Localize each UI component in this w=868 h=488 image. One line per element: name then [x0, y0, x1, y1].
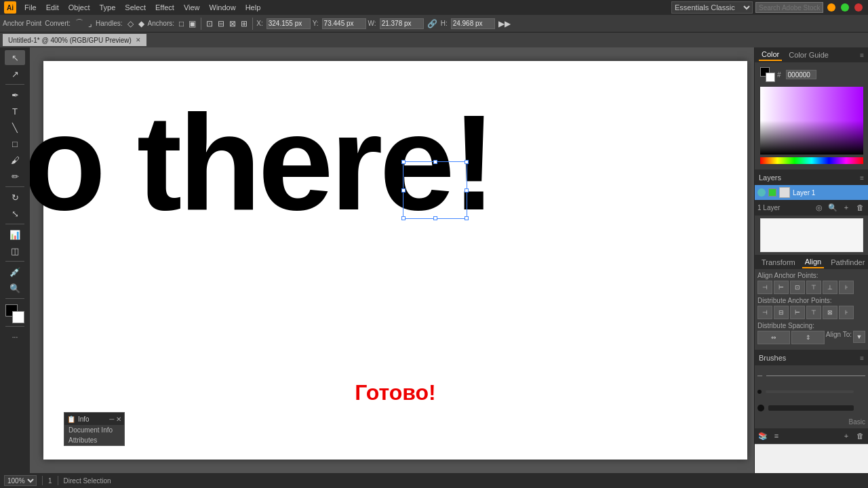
right-panel: Color Color Guide ≡ #: [754, 47, 868, 473]
rotate-tool[interactable]: ↻: [5, 190, 25, 205]
delete-layer-btn[interactable]: 🗑: [854, 202, 865, 213]
delete-brush-btn[interactable]: 🗑: [854, 430, 865, 441]
info-panel-title: Info: [78, 415, 90, 423]
search-input[interactable]: [755, 2, 823, 13]
add-layer-btn[interactable]: +: [841, 202, 852, 213]
direct-select-tool[interactable]: ↗: [5, 66, 25, 81]
hex-input[interactable]: [786, 70, 816, 79]
dist-h-spacing[interactable]: ⇔: [757, 331, 790, 344]
dist-left[interactable]: ⊣: [757, 306, 772, 319]
menu-effect[interactable]: Effect: [151, 2, 178, 13]
search-layer-btn[interactable]: 🔍: [827, 202, 838, 213]
dist-v-spacing[interactable]: ⇕: [791, 331, 824, 344]
menu-view[interactable]: View: [180, 2, 204, 13]
bg-color-box[interactable]: [766, 73, 775, 82]
w-input[interactable]: [380, 18, 424, 29]
menu-edit[interactable]: Edit: [42, 2, 63, 13]
layers-panel-collapse[interactable]: ≡: [860, 174, 864, 182]
x-input[interactable]: [267, 18, 311, 29]
menu-select[interactable]: Select: [121, 2, 150, 13]
pathfinder-tab[interactable]: Pathfinder: [828, 257, 867, 268]
dist-right[interactable]: ⊢: [790, 306, 805, 319]
anchors-btn1[interactable]: □: [178, 19, 185, 28]
hue-slider[interactable]: [760, 157, 863, 164]
anchors-btn2[interactable]: ▣: [187, 19, 197, 28]
attributes-item[interactable]: Attributes: [64, 435, 124, 445]
layer-visibility-eye[interactable]: [757, 188, 766, 197]
color-guide-tab[interactable]: Color Guide: [786, 49, 831, 60]
text-tool[interactable]: T: [5, 104, 25, 119]
minimize-button[interactable]: [827, 3, 835, 12]
locate-layer-btn[interactable]: ◎: [814, 202, 825, 213]
paintbrush-tool[interactable]: 🖌: [5, 152, 25, 167]
pen-tool[interactable]: ✒: [5, 87, 25, 102]
workspace-select[interactable]: Essentials Classic: [671, 1, 753, 14]
align-vcenter-anchor[interactable]: ⊥: [823, 281, 837, 294]
align-right-anchor[interactable]: ⊡: [790, 281, 805, 294]
handles-btn1[interactable]: ◇: [126, 19, 135, 28]
color-tab[interactable]: Color: [759, 49, 782, 61]
align-v-btn[interactable]: ⊠: [228, 19, 237, 28]
align-h-btn[interactable]: ⊟: [216, 19, 226, 28]
align-left-anchor[interactable]: ⊣: [757, 281, 772, 294]
brush-libraries-btn[interactable]: 📚: [757, 430, 768, 441]
zoom-tool[interactable]: 🔍: [5, 281, 25, 296]
menu-type[interactable]: Type: [96, 2, 120, 13]
more-tools-btn[interactable]: ···: [5, 329, 25, 344]
canvas-area: o there! Готово! 📋 Info ─ ✕ Docum: [30, 47, 754, 473]
brushes-panel-collapse[interactable]: ≡: [860, 354, 864, 362]
gradient-tool[interactable]: ◫: [5, 243, 25, 258]
color-panel-collapse[interactable]: ≡: [860, 52, 864, 59]
pencil-tool[interactable]: ✏: [5, 169, 25, 184]
maximize-button[interactable]: [841, 3, 849, 12]
close-button[interactable]: [854, 3, 863, 12]
document-tab[interactable]: Untitled-1* @ 400% (RGB/GPU Preview) ✕: [3, 34, 146, 46]
tab-close-btn[interactable]: ✕: [136, 37, 141, 43]
convert-corner-btn[interactable]: ⌟: [87, 19, 94, 28]
info-panel-close[interactable]: ─ ✕: [109, 415, 121, 423]
dist-vcenter[interactable]: ⊠: [823, 306, 837, 319]
y-input[interactable]: [322, 18, 366, 29]
menu-window[interactable]: Window: [205, 2, 240, 13]
transform-btn[interactable]: ⊡: [205, 19, 214, 28]
line-tool[interactable]: ╲: [5, 120, 25, 135]
sep2: [252, 18, 253, 30]
more-options-btn[interactable]: ▶▶: [497, 19, 512, 28]
dist-hcenter[interactable]: ⊟: [774, 306, 789, 319]
brush-item-thin[interactable]: ─: [757, 368, 865, 383]
menu-object[interactable]: Object: [64, 2, 94, 13]
align-to-dropdown[interactable]: ▼: [853, 331, 865, 343]
color-boxes[interactable]: [5, 304, 24, 323]
align-bottom-anchor[interactable]: ⊦: [839, 281, 854, 294]
eyedropper-tool[interactable]: 💉: [5, 264, 25, 279]
color-spectrum[interactable]: [760, 87, 863, 155]
main-layout: ↖ ↗ ✒ T ╲ □ 🖌 ✏ ↻ ⤡ 📊 ◫ 💉 🔍 ··· o there!: [0, 47, 868, 473]
convert-smooth-btn[interactable]: ⌒: [74, 18, 85, 29]
align-hcenter-anchor[interactable]: ⊢: [774, 281, 789, 294]
brush-item-medium[interactable]: [757, 384, 865, 399]
chart-tool[interactable]: 📊: [5, 227, 25, 242]
shape-tool[interactable]: □: [5, 136, 25, 151]
select-tool[interactable]: ↖: [5, 50, 25, 65]
h-input[interactable]: [451, 18, 495, 29]
layer-row-1[interactable]: Layer 1: [755, 185, 868, 200]
scale-tool[interactable]: ⤡: [5, 206, 25, 221]
dist-top[interactable]: ⊤: [806, 306, 821, 319]
color-panel-section: Color Color Guide ≡ #: [755, 47, 868, 170]
background-color[interactable]: [12, 311, 24, 323]
menu-help[interactable]: Help: [241, 2, 265, 13]
align-top-anchor[interactable]: ⊤: [806, 281, 821, 294]
link-wh-btn[interactable]: 🔗: [426, 19, 439, 28]
handles-btn2[interactable]: ◆: [137, 19, 146, 28]
new-brush-btn[interactable]: +: [841, 430, 852, 441]
brush-menu-btn[interactable]: ≡: [771, 430, 782, 441]
document-info-item[interactable]: Document Info: [64, 425, 124, 435]
brush-item-thick[interactable]: [757, 401, 865, 415]
layer-expand-arrow[interactable]: [768, 188, 776, 197]
zoom-select[interactable]: 100% 400%: [4, 475, 37, 486]
distribute-btn[interactable]: ⊞: [239, 19, 249, 28]
transform-tab[interactable]: Transform: [759, 257, 798, 268]
dist-bottom[interactable]: ⊦: [839, 306, 854, 319]
menu-file[interactable]: File: [20, 2, 41, 13]
align-tab[interactable]: Align: [802, 256, 824, 268]
